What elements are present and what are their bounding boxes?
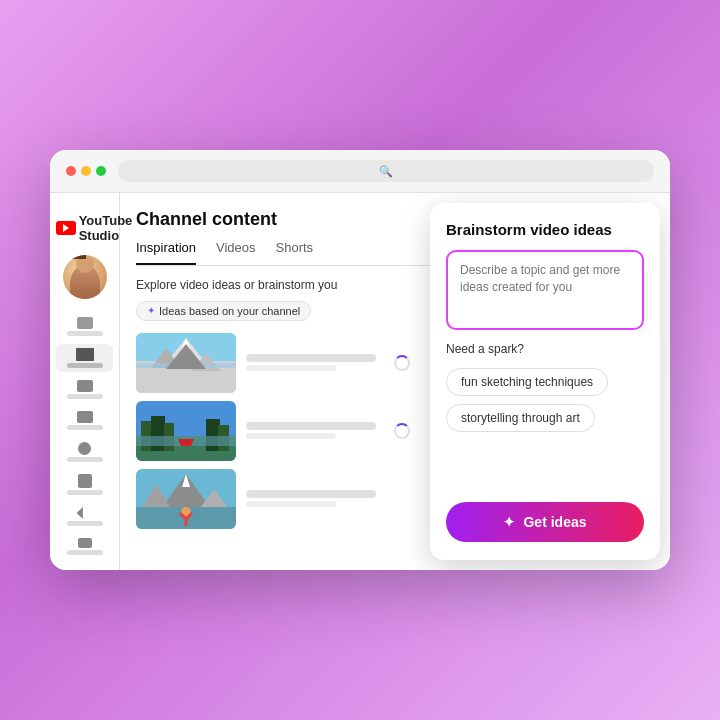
settings-label bbox=[67, 550, 103, 555]
video-info-2 bbox=[246, 422, 376, 439]
close-dot[interactable] bbox=[66, 166, 76, 176]
suggestion-chips: fun sketching techniques storytelling th… bbox=[446, 368, 644, 432]
spark-label: Need a spark? bbox=[446, 342, 644, 356]
sidebar-item-audio[interactable] bbox=[56, 503, 113, 530]
sidebar-nav bbox=[50, 313, 119, 559]
monetization-label bbox=[67, 457, 103, 462]
main-content: Channel content Inspiration Videos Short… bbox=[120, 193, 670, 570]
audio-icon bbox=[77, 507, 93, 519]
browser-dots bbox=[66, 166, 106, 176]
tab-shorts[interactable]: Shorts bbox=[276, 240, 314, 265]
sidebar-item-customization[interactable] bbox=[56, 470, 113, 499]
mountain-thumbnail bbox=[136, 333, 236, 393]
sidebar-item-settings[interactable] bbox=[56, 534, 113, 559]
audio-label bbox=[67, 521, 103, 526]
video-sub-bar-2 bbox=[246, 433, 336, 439]
comments-icon bbox=[77, 411, 93, 423]
ideas-chip[interactable]: ✦ Ideas based on your channel bbox=[136, 301, 311, 321]
minimize-dot[interactable] bbox=[81, 166, 91, 176]
video-thumb-3[interactable] bbox=[136, 469, 236, 529]
maximize-dot[interactable] bbox=[96, 166, 106, 176]
video-info-1 bbox=[246, 354, 376, 371]
customization-label bbox=[67, 490, 103, 495]
avatar-container bbox=[63, 255, 107, 299]
tab-inspiration[interactable]: Inspiration bbox=[136, 240, 196, 265]
sidebar-item-comments[interactable] bbox=[56, 407, 113, 434]
sidebar-item-dashboard[interactable] bbox=[56, 313, 113, 340]
get-ideas-button[interactable]: ✦ Get ideas bbox=[446, 502, 644, 542]
video-title-bar-3 bbox=[246, 490, 376, 498]
suggestion-chip-2[interactable]: storytelling through art bbox=[446, 404, 595, 432]
monetization-icon bbox=[78, 442, 91, 455]
loading-spinner-1 bbox=[394, 355, 410, 371]
brainstorm-panel: Brainstorm video ideas Need a spark? fun… bbox=[430, 203, 660, 560]
sidebar-item-content[interactable] bbox=[56, 344, 113, 372]
video-thumb-2[interactable] bbox=[136, 401, 236, 461]
address-bar[interactable]: 🔍 bbox=[379, 165, 393, 178]
video-info-3 bbox=[246, 490, 376, 507]
spark-icon: ✦ bbox=[147, 305, 155, 316]
video-sub-bar bbox=[246, 365, 336, 371]
video-title-bar bbox=[246, 354, 376, 362]
suggestion-chip-1[interactable]: fun sketching techniques bbox=[446, 368, 608, 396]
svg-rect-12 bbox=[206, 419, 220, 451]
avatar-person bbox=[70, 265, 100, 299]
avatar[interactable] bbox=[63, 255, 107, 299]
analytics-label bbox=[67, 394, 103, 399]
svg-rect-6 bbox=[136, 363, 236, 368]
tab-videos[interactable]: Videos bbox=[216, 240, 256, 265]
browser-window: 🔍 ☰ YouTube Studio bbox=[50, 150, 670, 570]
ideas-chip-label: Ideas based on your channel bbox=[159, 305, 300, 317]
sparkle-icon: ✦ bbox=[503, 514, 515, 530]
dashboard-icon bbox=[77, 317, 93, 329]
comments-label bbox=[67, 425, 103, 430]
video-sub-bar-3 bbox=[246, 501, 336, 507]
content-icon bbox=[76, 348, 94, 361]
sidebar: ☰ YouTube Studio bbox=[50, 193, 120, 570]
get-ideas-label: Get ideas bbox=[523, 514, 586, 530]
yt-play-icon bbox=[56, 221, 76, 235]
brainstorm-title: Brainstorm video ideas bbox=[446, 221, 644, 238]
browser-bar: 🔍 bbox=[50, 150, 670, 193]
sidebar-item-monetization[interactable] bbox=[56, 438, 113, 466]
loading-spinner-2 bbox=[394, 423, 410, 439]
brainstorm-textarea[interactable] bbox=[446, 250, 644, 330]
settings-icon bbox=[78, 538, 92, 548]
sidebar-item-analytics[interactable] bbox=[56, 376, 113, 403]
content-label bbox=[67, 363, 103, 368]
dollar-icon bbox=[78, 474, 92, 488]
video-thumb-1[interactable] bbox=[136, 333, 236, 393]
studio-app: ☰ YouTube Studio bbox=[50, 193, 670, 570]
dashboard-label bbox=[67, 331, 103, 336]
analytics-icon bbox=[77, 380, 93, 392]
video-title-bar-2 bbox=[246, 422, 376, 430]
